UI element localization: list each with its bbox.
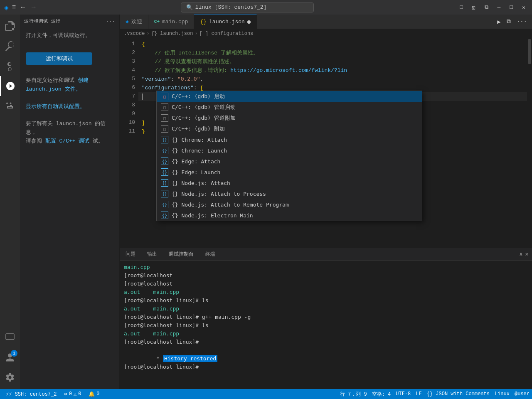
activity-item-settings[interactable] <box>0 367 20 387</box>
run-debug-button[interactable]: 运行和调试 <box>26 52 92 65</box>
autocomplete-item-9[interactable]: {} {} Node.js: Attach to Process <box>157 188 422 199</box>
autocomplete-icon-3: □ <box>161 125 168 133</box>
tab-launch-json[interactable]: {} launch.json <box>194 15 256 29</box>
activity-item-remote-explorer[interactable] <box>0 328 20 347</box>
forward-button[interactable]: → <box>30 4 37 11</box>
status-os[interactable]: Linux <box>492 389 512 399</box>
tab-actions: ▶ ⧉ ··· <box>492 15 532 29</box>
autocomplete-label-10: {} Node.js: Attach to Remote Program <box>172 202 289 208</box>
main-layout: 1 运行和调试 运行 ··· 打开文件，可调试或运行。 运行和调试 要自定义运行… <box>0 15 532 389</box>
vscode-logo-icon: ◈ <box>4 3 9 12</box>
status-right: 行 7，列 9 空格: 4 UTF-8 LF {} JSON with Comm… <box>337 389 532 399</box>
autocomplete-item-7[interactable]: {} {} Edge: Launch <box>157 167 422 177</box>
layout-icon-2[interactable]: ◱ <box>470 3 478 12</box>
panel-tab-output[interactable]: 输出 <box>141 248 163 260</box>
status-encoding[interactable]: UTF-8 <box>393 389 413 399</box>
close-button[interactable]: ✕ <box>520 3 528 12</box>
tab-welcome[interactable]: ◈ 欢迎 <box>120 15 148 29</box>
status-position[interactable]: 行 7，列 9 <box>337 389 369 399</box>
status-left: ⚡ ⚡ SSH: centos7_2 ⊗ 0 ⚠ 0 🔔 0 <box>0 389 106 399</box>
breadcrumb: .vscode › {} launch.json › [ ] configura… <box>120 29 532 38</box>
json-tab-icon: {} <box>200 19 207 25</box>
autocomplete-item-10[interactable]: {} {} Node.js: Attach to Remote Program <box>157 199 422 210</box>
autocomplete-item-3[interactable]: □ C/C++: (gdb) 附加 <box>157 123 422 134</box>
autocomplete-label-4: {} Chrome: Attach <box>172 137 227 143</box>
ssh-icon: ⚡ <box>6 391 9 397</box>
term-line-4: a.out main.cpp <box>124 288 528 296</box>
minimize-button[interactable]: — <box>495 3 503 11</box>
search-icon: 🔍 <box>186 4 193 11</box>
layout-icon-1[interactable]: □ <box>457 3 466 11</box>
command-palette-input[interactable]: 🔍 linux [SSH: centos7_2] <box>181 2 314 12</box>
sidebar-title: 运行和调试 运行 <box>24 18 61 24</box>
menu-icon[interactable]: ≡ <box>12 4 16 11</box>
error-icon: ⊗ <box>64 391 67 397</box>
activity-item-source-control[interactable] <box>0 56 20 76</box>
status-spaces[interactable]: 空格: 4 <box>369 389 394 399</box>
panel-tab-terminal[interactable]: 终端 <box>200 248 221 260</box>
status-user[interactable]: @user <box>512 389 532 399</box>
status-line-ending[interactable]: LF <box>413 389 424 399</box>
activity-item-accounts[interactable]: 1 <box>0 347 20 367</box>
autocomplete-icon-6: {} <box>161 158 168 165</box>
autocomplete-item-1[interactable]: □ C/C++: (gdb) 管道启动 <box>157 102 422 113</box>
autocomplete-item-6[interactable]: {} {} Edge: Attach <box>157 156 422 167</box>
welcome-tab-label: 欢迎 <box>131 18 142 25</box>
activity-item-search[interactable] <box>0 36 20 56</box>
autocomplete-label-5: {} Chrome: Launch <box>172 148 227 154</box>
autocomplete-label-0: C/C++: (gdb) 启动 <box>172 93 225 100</box>
error-count: 0 <box>69 391 72 397</box>
title-bar: ◈ ≡ ← → 🔍 linux [SSH: centos7_2] □ ◱ ⧉ —… <box>0 0 532 15</box>
breadcrumb-part-3[interactable]: [ ] configurations <box>200 31 254 37</box>
autocomplete-item-4[interactable]: {} {} Chrome: Attach <box>157 134 422 145</box>
autocomplete-item-8[interactable]: {} {} Node.js: Attach <box>157 177 422 188</box>
autocomplete-item-2[interactable]: □ C/C++: (gdb) 管道附加 <box>157 113 422 123</box>
autocomplete-icon-5: {} <box>161 147 168 154</box>
back-button[interactable]: ← <box>19 4 27 11</box>
split-editor-btn[interactable]: ⧉ <box>505 17 512 26</box>
status-errors[interactable]: ⊗ 0 ⚠ 0 <box>62 389 84 399</box>
term-line-1: main.cpp <box>124 263 528 271</box>
status-language[interactable]: {} JSON with Comments <box>424 389 492 399</box>
status-bar: ⚡ ⚡ SSH: centos7_2 ⊗ 0 ⚠ 0 🔔 0 行 7，列 9 空… <box>0 389 532 399</box>
run-action-btn[interactable]: ▶ <box>495 17 502 26</box>
activity-bar: 1 <box>0 15 20 389</box>
autocomplete-item-0[interactable]: □ C/C++: (gdb) 启动 <box>157 91 422 102</box>
terminal-content[interactable]: main.cpp [root@localhost [root@localhost… <box>120 261 532 389</box>
status-notification[interactable]: 🔔 0 <box>86 389 102 399</box>
activity-item-explorer[interactable] <box>0 16 20 36</box>
term-line-3: [root@localhost <box>124 280 528 288</box>
tab-main-cpp[interactable]: C+ main.cpp <box>148 15 195 29</box>
status-ssh[interactable]: ⚡ ⚡ SSH: centos7_2 <box>3 389 59 399</box>
autocomplete-item-5[interactable]: {} {} Chrome: Launch <box>157 145 422 156</box>
activity-item-extensions[interactable] <box>0 96 20 116</box>
scrollbar-thumb[interactable] <box>528 39 531 64</box>
sidebar-more-btn[interactable]: ··· <box>106 19 115 24</box>
panel-maximize-btn[interactable]: ∧ <box>519 251 522 258</box>
breadcrumb-part-1[interactable]: .vscode <box>124 31 145 37</box>
encoding-text: UTF-8 <box>396 391 411 397</box>
editor-scrollbar[interactable] <box>527 38 532 248</box>
panel-tab-debug[interactable]: 调试控制台 <box>163 248 200 260</box>
language-text: {} JSON with Comments <box>427 391 490 397</box>
maximize-button[interactable]: □ <box>507 3 515 11</box>
breadcrumb-part-2[interactable]: {} launch.json <box>151 31 193 37</box>
autocomplete-dropdown[interactable]: □ C/C++: (gdb) 启动 □ C/C++: (gdb) 管道启动 □ … <box>156 91 422 221</box>
more-tabs-btn[interactable]: ··· <box>515 17 529 26</box>
line-ending-text: LF <box>416 391 421 397</box>
autocomplete-label-9: {} Node.js: Attach to Process <box>172 191 266 197</box>
autocomplete-icon-10: {} <box>161 201 168 208</box>
autocomplete-item-11[interactable]: {} {} Node.js: Electron Main <box>157 210 422 221</box>
info-text: 要了解有关 launch.json 的信息， 请参阅 配置 C/C++ 调试 试… <box>26 120 113 145</box>
panel-tab-problems[interactable]: 问题 <box>120 248 141 260</box>
search-text: linux [SSH: centos7_2] <box>195 4 267 10</box>
term-line-10: [root@localhost linux]# <box>124 338 528 346</box>
config-cpp-debug-link[interactable]: 配置 C/C++ 调试 <box>45 138 90 144</box>
autocomplete-icon-2: □ <box>161 114 168 122</box>
term-line-prompt: [root@localhost linux]# <box>124 363 528 371</box>
layout-icon-3[interactable]: ⧉ <box>482 3 491 11</box>
activity-item-run-debug[interactable] <box>0 76 20 96</box>
sidebar-content: 打开文件，可调试或运行。 运行和调试 要自定义运行和调试 创建 launch.j… <box>20 27 119 389</box>
show-all-configs-link[interactable]: 显示所有自动调试配置。 <box>26 103 85 110</box>
panel-close-btn[interactable]: ✕ <box>525 251 529 258</box>
